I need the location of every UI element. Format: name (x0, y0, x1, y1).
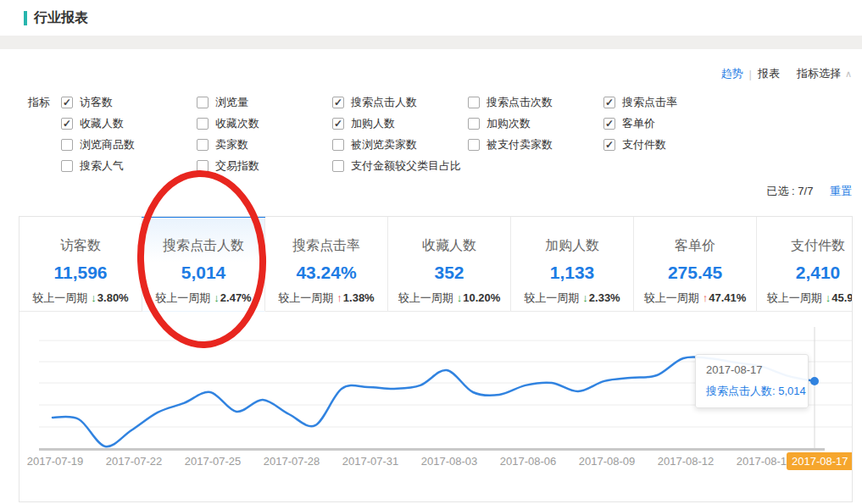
checkbox-unchecked-icon[interactable] (197, 139, 209, 151)
card-title: 搜索点击率 (265, 237, 387, 255)
metric-card[interactable]: 支付件数2,410较上一周期↓45.95% (757, 217, 852, 312)
checkbox-unchecked-icon[interactable] (197, 97, 209, 108)
x-tick-label: 2017-07-31 (342, 455, 399, 468)
card-value: 352 (388, 263, 510, 283)
checkbox-checked-icon[interactable]: ✓ (603, 139, 615, 151)
x-tick-label: 2017-07-25 (185, 455, 242, 468)
metric-checkbox-label: 支付件数 (622, 137, 666, 152)
checkbox-checked-icon[interactable]: ✓ (61, 97, 73, 108)
metric-checkbox-label: 被浏览卖家数 (351, 137, 417, 152)
change-percent: 1.38% (343, 291, 375, 304)
metric-checkbox-label: 被支付卖家数 (487, 137, 553, 152)
checkbox-checked-icon[interactable]: ✓ (603, 118, 615, 130)
metric-checkbox-item[interactable]: 交易指数 (197, 158, 332, 174)
metric-checkbox-label: 搜索点击人数 (351, 95, 417, 110)
metric-card[interactable]: 收藏人数352较上一周期↓10.20% (388, 217, 511, 312)
compare-label: 较上一周期 (278, 291, 333, 304)
metric-card[interactable]: 加购人数1,133较上一周期↓2.33% (511, 217, 634, 312)
metric-card[interactable]: 访客数11,596较上一周期↓3.80% (19, 217, 142, 312)
checkbox-unchecked-icon[interactable] (332, 160, 344, 172)
arrow-down-icon: ↓ (582, 291, 588, 304)
page-header: 行业报表 (0, 0, 862, 36)
arrow-up-icon: ↑ (703, 291, 709, 304)
metric-checkbox-item[interactable]: 加购次数 (468, 116, 603, 131)
compare-label: 较上一周期 (644, 291, 699, 304)
metric-checkbox-item[interactable]: 卖家数 (197, 137, 332, 152)
checkbox-unchecked-icon[interactable] (61, 139, 73, 151)
view-switcher: 趋势 | 报表 指标选择 ∧ (721, 66, 852, 81)
arrow-up-icon: ↑ (336, 291, 342, 304)
card-title: 加购人数 (511, 237, 633, 255)
checkbox-unchecked-icon[interactable] (332, 139, 344, 151)
metric-select-toggle[interactable]: 指标选择 ∧ (797, 66, 852, 81)
metric-checkbox-item[interactable]: 搜索点击次数 (468, 95, 603, 110)
card-delta: 较上一周期↓2.47% (142, 291, 264, 306)
checkbox-checked-icon[interactable]: ✓ (332, 97, 344, 108)
tab-trend[interactable]: 趋势 (721, 66, 743, 81)
change-percent: 45.95% (831, 291, 852, 304)
metric-checkbox-item[interactable]: 搜索人气 (61, 158, 197, 174)
metric-checkbox-label: 收藏人数 (80, 116, 124, 131)
checkbox-unchecked-icon[interactable] (468, 139, 480, 151)
page-title: 行业报表 (34, 9, 88, 27)
x-tick-label: 2017-08-09 (579, 455, 636, 468)
highlighted-date-badge: 2017-08-17 (787, 452, 853, 470)
arrow-down-icon: ↓ (91, 291, 97, 304)
metric-checkbox-item[interactable]: ✓加购人数 (332, 116, 468, 131)
tooltip-date: 2017-08-17 (706, 363, 798, 376)
checkbox-unchecked-icon[interactable] (468, 97, 480, 108)
checkbox-checked-icon[interactable]: ✓ (332, 118, 344, 130)
compare-label: 较上一周期 (767, 291, 822, 304)
arrow-down-icon: ↓ (457, 291, 463, 304)
metric-checkbox-item[interactable]: ✓客单价 (603, 116, 852, 131)
checkbox-checked-icon[interactable]: ✓ (61, 118, 73, 130)
card-title: 访客数 (19, 237, 142, 255)
change-percent: 2.33% (589, 291, 620, 304)
metric-card[interactable]: 客单价275.45较上一周期↑47.41% (634, 217, 757, 312)
metric-checkbox-label: 交易指数 (215, 158, 259, 174)
metric-checkbox-label: 客单价 (622, 116, 655, 131)
checkbox-unchecked-icon[interactable] (197, 160, 209, 172)
metric-picker-label: 指标 (28, 91, 50, 113)
card-delta: 较上一周期↑47.41% (634, 291, 756, 306)
metric-checkbox-item[interactable]: ✓收藏人数 (61, 116, 197, 131)
reset-button[interactable]: 重置 (830, 185, 852, 197)
arrow-down-icon: ↓ (826, 291, 831, 304)
metric-card[interactable]: 搜索点击率43.24%较上一周期↑1.38% (265, 217, 388, 312)
metric-card[interactable]: 搜索点击人数5,014较上一周期↓2.47% (142, 217, 265, 312)
metric-cards: 访客数11,596较上一周期↓3.80%搜索点击人数5,014较上一周期↓2.4… (19, 217, 852, 312)
card-title: 支付件数 (757, 237, 852, 255)
checkbox-unchecked-icon[interactable] (197, 118, 209, 130)
metric-select-label: 指标选择 (797, 66, 841, 81)
metric-checkbox-item[interactable]: 支付金额较父类目占比 (332, 158, 468, 174)
card-title: 收藏人数 (388, 237, 510, 255)
x-tick-label: 2017-07-19 (27, 455, 84, 468)
change-percent: 47.41% (709, 291, 746, 304)
trend-chart[interactable]: 2017-07-192017-07-222017-07-252017-07-28… (19, 312, 852, 501)
x-tick-label: 2017-07-28 (264, 455, 320, 468)
metric-checkbox-item[interactable]: 收藏次数 (197, 116, 332, 131)
x-tick-label: 2017-07-22 (106, 455, 163, 468)
metric-checkbox-item[interactable]: ✓搜索点击率 (603, 95, 852, 110)
metric-checkbox-label: 收藏次数 (215, 116, 259, 131)
metric-checkbox-item[interactable]: 浏览商品数 (61, 137, 197, 152)
metric-checkbox-grid: ✓访客数浏览量✓搜索点击人数搜索点击次数✓搜索点击率✓收藏人数收藏次数✓加购人数… (61, 91, 852, 176)
checkbox-unchecked-icon[interactable] (468, 118, 480, 130)
metric-checkbox-item[interactable]: 被浏览卖家数 (332, 137, 468, 152)
x-tick-label: 2017-08-12 (658, 455, 715, 468)
chart-tooltip: 2017-08-17 搜索点击人数: 5,014 (695, 354, 809, 408)
selected-count: 已选 : 7/7 (766, 185, 813, 197)
metric-checkbox-item[interactable]: ✓访客数 (61, 95, 197, 110)
metric-checkbox-item[interactable]: ✓搜索点击人数 (332, 95, 468, 110)
checkbox-checked-icon[interactable]: ✓ (603, 97, 615, 108)
picker-footer: 已选 : 7/7 重置 (61, 184, 852, 199)
chevron-up-icon: ∧ (845, 69, 852, 80)
metric-checkbox-label: 加购次数 (487, 116, 531, 131)
checkbox-unchecked-icon[interactable] (61, 160, 73, 172)
metric-checkbox-label: 卖家数 (215, 137, 248, 152)
card-value: 5,014 (142, 263, 264, 283)
tab-report[interactable]: 报表 (758, 66, 780, 81)
metric-checkbox-item[interactable]: 浏览量 (197, 95, 332, 110)
metric-checkbox-item[interactable]: ✓支付件数 (603, 137, 852, 152)
metric-checkbox-item[interactable]: 被支付卖家数 (468, 137, 603, 152)
